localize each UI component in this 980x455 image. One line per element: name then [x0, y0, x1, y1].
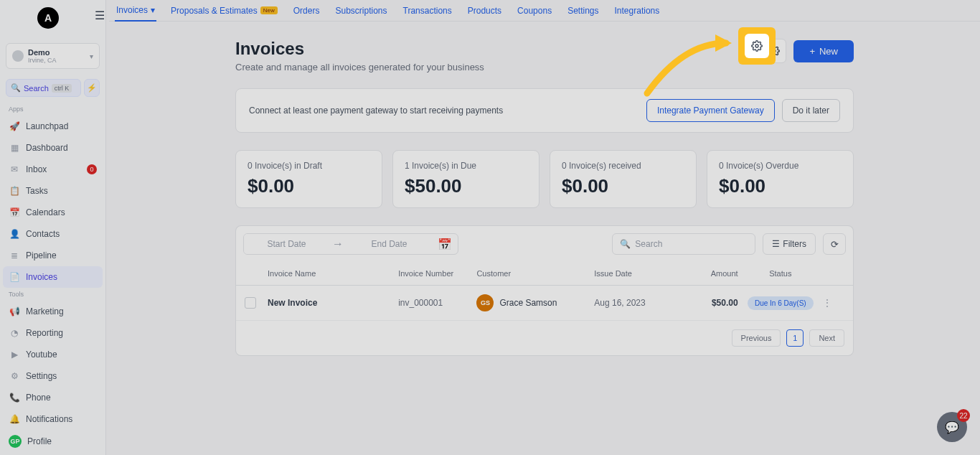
workspace-switcher[interactable]: Demo Irvine, CA ▾: [6, 43, 100, 69]
stat-draft: 0 Invoice(s) in Draft $0.00: [235, 150, 382, 208]
table-search-input[interactable]: 🔍Search: [612, 233, 755, 255]
sidebar-item-settings[interactable]: ⚙Settings: [0, 365, 105, 387]
do-it-later-button[interactable]: Do it later: [782, 99, 840, 122]
document-icon: 📄: [9, 271, 20, 283]
invoices-table: Invoice Name Invoice Number Customer Iss…: [235, 262, 854, 356]
tab-coupons[interactable]: Coupons: [516, 1, 553, 21]
tab-orders[interactable]: Orders: [292, 1, 321, 21]
start-date-input[interactable]: Start Date: [244, 234, 329, 254]
tab-settings[interactable]: Settings: [566, 1, 600, 21]
integrate-gateway-button[interactable]: Integrate Payment Gateway: [646, 99, 775, 122]
row-menu-button[interactable]: ⋮: [823, 298, 844, 308]
user-icon: 👤: [9, 228, 20, 240]
stat-due: 1 Invoice(s) in Due $50.00: [392, 150, 540, 208]
stat-received: 0 Invoice(s) received $0.00: [550, 150, 697, 208]
quick-actions-button[interactable]: ⚡: [84, 79, 100, 97]
chat-count-badge: 22: [957, 409, 970, 422]
sidebar-item-phone[interactable]: 📞Phone: [0, 387, 105, 408]
megaphone-icon: 📢: [9, 306, 20, 317]
inbox-badge: 0: [87, 164, 97, 174]
chart-icon: ◔: [9, 327, 20, 339]
issue-date: Aug 16, 2023: [594, 298, 672, 308]
sidebar-item-profile[interactable]: GPProfile: [0, 430, 105, 453]
sidebar-item-inbox[interactable]: ✉Inbox0: [0, 159, 105, 180]
sidebar-item-pipeline[interactable]: ≣Pipeline: [0, 245, 105, 266]
gear-icon: [751, 40, 763, 52]
next-button[interactable]: Next: [809, 329, 844, 347]
funnel-icon: ≣: [9, 250, 20, 261]
sidebar-item-notifications[interactable]: 🔔Notifications: [0, 408, 105, 430]
tab-products[interactable]: Products: [466, 1, 503, 21]
chevron-down-icon: ▾: [151, 5, 155, 15]
sidebar-item-contacts[interactable]: 👤Contacts: [0, 223, 105, 245]
arrow-right-icon: →: [329, 234, 347, 254]
pagination: Previous 1 Next: [236, 321, 853, 355]
main-content: Invoices Create and manage all invoices …: [109, 22, 980, 455]
chevron-down-icon: ▾: [90, 52, 93, 60]
sidebar-item-marketing[interactable]: 📢Marketing: [0, 301, 105, 322]
tab-invoices[interactable]: Invoices▾: [115, 0, 156, 22]
sidebar-item-calendars[interactable]: 📅Calendars: [0, 202, 105, 223]
workspace-location: Irvine, CA: [28, 57, 85, 64]
tab-subscriptions[interactable]: Subscriptions: [334, 1, 388, 21]
amount: $50.00: [673, 298, 738, 308]
kbd-shortcut: ctrl K: [52, 84, 72, 93]
sidebar: A Demo Irvine, CA ▾ 🔍 Search ctrl K ⚡ Ap…: [0, 0, 106, 455]
video-icon: ▶: [9, 349, 20, 360]
new-invoice-button[interactable]: +New: [793, 40, 854, 62]
chat-widget[interactable]: 💬 22: [937, 412, 967, 442]
payment-gateway-alert: Connect at least one payment gateway to …: [235, 88, 854, 133]
sidebar-item-reporting[interactable]: ◔Reporting: [0, 322, 105, 344]
stats-row: 0 Invoice(s) in Draft $0.00 1 Invoice(s)…: [235, 150, 854, 208]
end-date-input[interactable]: End Date: [347, 234, 432, 254]
workspace-name: Demo: [28, 48, 85, 57]
chat-icon: 💬: [945, 421, 959, 434]
calendar-icon: 📅: [9, 207, 20, 218]
tab-transactions[interactable]: Transactions: [402, 1, 453, 21]
sidebar-item-tasks[interactable]: 📋Tasks: [0, 180, 105, 202]
grid-icon: ▦: [9, 142, 20, 154]
sidebar-item-invoices[interactable]: 📄Invoices: [3, 266, 103, 288]
highlight-annotation: [738, 27, 776, 65]
table-row[interactable]: New Invoice inv_000001 GS Grace Samson A…: [236, 286, 853, 321]
customer-cell: GS Grace Samson: [476, 294, 594, 311]
filters-button[interactable]: ☰Filters: [763, 233, 816, 255]
hamburger-menu[interactable]: ☰: [95, 9, 105, 22]
bell-icon: 🔔: [9, 413, 20, 425]
power-icon: ⟳: [831, 239, 839, 250]
refresh-button[interactable]: ⟳: [823, 233, 846, 255]
previous-button[interactable]: Previous: [732, 329, 781, 347]
invoice-number: inv_000001: [398, 298, 476, 308]
tab-integrations[interactable]: Integrations: [613, 1, 661, 21]
page-number[interactable]: 1: [786, 329, 804, 347]
sidebar-item-youtube[interactable]: ▶Youtube: [0, 344, 105, 365]
rocket-icon: 🚀: [9, 121, 20, 132]
plus-icon: +: [809, 46, 815, 57]
brand-avatar[interactable]: A: [37, 7, 59, 29]
page-title: Invoices: [235, 39, 484, 59]
sidebar-item-launchpad[interactable]: 🚀Launchpad: [0, 116, 105, 137]
status-badge: Due In 6 Day(S): [748, 296, 814, 310]
svg-point-1: [755, 44, 758, 47]
sidebar-item-dashboard[interactable]: ▦Dashboard: [0, 137, 105, 159]
search-icon: 🔍: [620, 239, 631, 249]
search-input[interactable]: 🔍 Search ctrl K: [6, 79, 81, 97]
filter-bar: Start Date → End Date 📅 🔍Search ☰Filters…: [235, 225, 854, 262]
section-tools: Tools: [0, 288, 105, 301]
page-subtitle: Create and manage all invoices generated…: [235, 62, 484, 72]
annotation-arrow: [640, 29, 740, 100]
date-range-picker[interactable]: Start Date → End Date 📅: [243, 233, 458, 255]
clipboard-icon: 📋: [9, 185, 20, 197]
workspace-icon: [12, 50, 24, 62]
alert-text: Connect at least one payment gateway to …: [249, 105, 503, 116]
profile-avatar: GP: [9, 435, 22, 448]
inbox-icon: ✉: [9, 164, 20, 175]
gear-icon: ⚙: [9, 370, 20, 382]
top-nav: Invoices▾ Proposals & EstimatesNew Order…: [109, 0, 980, 22]
phone-icon: 📞: [9, 392, 20, 403]
row-checkbox[interactable]: [245, 297, 256, 309]
section-apps: Apps: [0, 103, 105, 116]
table-header: Invoice Name Invoice Number Customer Iss…: [236, 262, 853, 286]
tab-proposals[interactable]: Proposals & EstimatesNew: [169, 1, 279, 21]
filter-icon: ☰: [772, 239, 780, 249]
